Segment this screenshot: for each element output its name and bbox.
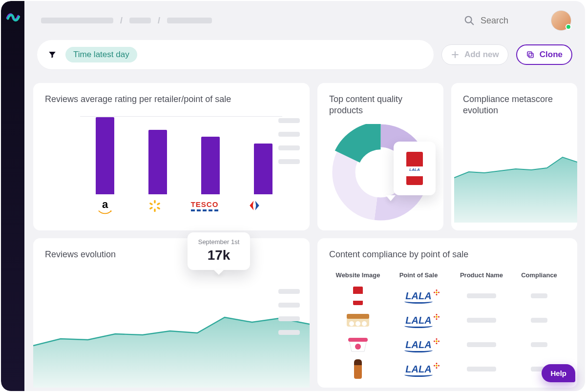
breadcrumb-sep: / [158, 16, 160, 26]
card-top-content-quality: Top content quality products LALA [317, 83, 443, 230]
cell-website-image [328, 309, 388, 331]
add-new-label: Add new [464, 50, 499, 60]
col-product-name: Product Name [449, 271, 514, 279]
svg-point-17 [434, 291, 435, 293]
table-row[interactable]: LALA [328, 308, 567, 332]
breadcrumb: / / [41, 16, 212, 26]
plus-icon [451, 50, 460, 59]
cell-product-name [449, 293, 514, 298]
svg-point-25 [436, 314, 437, 315]
reviews-legend [278, 289, 300, 335]
svg-point-27 [434, 316, 435, 317]
bar-walmart [148, 130, 167, 194]
bar-chart [80, 116, 280, 194]
cell-website-image [328, 358, 388, 380]
help-button[interactable]: Help [542, 364, 575, 382]
highlight-product-popover: LALA [394, 142, 436, 195]
add-new-button[interactable]: Add new [441, 44, 508, 65]
cell-product-name [449, 342, 514, 347]
bar-label-walmart [130, 198, 180, 213]
clone-label: Clone [540, 50, 563, 60]
carrefour-logo-icon [248, 199, 261, 212]
cell-website-image [328, 285, 388, 307]
svg-point-33 [436, 343, 437, 344]
flower-icon [434, 363, 440, 369]
svg-point-39 [434, 365, 435, 366]
amazon-smile-icon [98, 210, 112, 215]
flower-icon [434, 314, 440, 320]
cell-product-name [449, 318, 514, 323]
table-row[interactable]: LALA [328, 357, 567, 381]
cell-point-of-sale: LALA [388, 339, 449, 351]
card-title: Reviews evolution [45, 249, 298, 260]
filter-chip-time[interactable]: Time latest day [65, 47, 137, 62]
bar-legend [278, 118, 300, 164]
online-status-dot [565, 24, 571, 30]
cell-compliance [514, 293, 565, 298]
svg-point-26 [436, 318, 437, 320]
table-row[interactable]: LALA [328, 332, 567, 357]
card-reviews-avg-rating: Reviews average rating per retailer/poin… [33, 83, 310, 230]
bar-label-carrefour [230, 198, 279, 213]
bar-carrefour [254, 144, 272, 194]
cell-point-of-sale: LALA [388, 364, 449, 375]
svg-rect-8 [149, 202, 153, 206]
cell-compliance [514, 318, 565, 323]
svg-point-34 [434, 340, 435, 342]
clone-button[interactable]: Clone [516, 44, 572, 65]
search[interactable] [464, 15, 534, 26]
svg-rect-9 [157, 206, 161, 210]
filter-icon[interactable] [48, 50, 57, 59]
search-input[interactable] [481, 16, 534, 26]
svg-point-28 [438, 316, 440, 317]
copy-icon [526, 50, 535, 59]
card-title: Reviews average rating per retailer/poin… [45, 94, 298, 105]
svg-rect-20 [347, 314, 369, 319]
svg-point-30 [355, 344, 361, 350]
card-compliance-metascore: Compliance metascore evolution [451, 83, 577, 230]
search-icon [464, 15, 475, 26]
cell-point-of-sale: LALA [388, 290, 449, 302]
svg-point-21 [349, 321, 354, 326]
card-title: Content compliance by point of sale [329, 249, 565, 260]
svg-point-22 [356, 321, 360, 326]
product-thumb: LALA [406, 152, 423, 185]
svg-point-18 [438, 291, 440, 293]
table-header: Website Image Point of Sale Product Name… [328, 268, 567, 284]
table-row[interactable]: LALA [328, 284, 567, 308]
bar-amazon [96, 117, 114, 194]
card-content-compliance-table: Content compliance by point of sale Webs… [317, 238, 577, 388]
filter-bar: Time latest day [37, 40, 434, 69]
sidebar [1, 1, 24, 391]
cell-compliance [514, 342, 565, 347]
tooltip-date: September 1st [192, 238, 245, 246]
svg-point-36 [436, 365, 438, 367]
user-avatar[interactable] [551, 10, 571, 31]
svg-point-32 [436, 338, 437, 340]
cell-point-of-sale: LALA [388, 315, 449, 326]
tooltip-value: 17k [192, 248, 245, 263]
flower-icon [434, 338, 440, 344]
svg-point-40 [438, 365, 440, 366]
svg-rect-2 [529, 53, 533, 58]
bar-label-tesco: TESCO [180, 198, 230, 213]
breadcrumb-frag [129, 18, 151, 23]
app-logo-icon [5, 9, 20, 23]
svg-point-38 [436, 367, 437, 369]
area-chart [33, 272, 310, 388]
svg-rect-5 [154, 208, 156, 212]
svg-point-23 [362, 321, 367, 326]
svg-rect-29 [348, 338, 368, 342]
product-cup-icon [347, 336, 369, 353]
bar-label-amazon: a [80, 198, 130, 213]
walmart-spark-icon [148, 199, 162, 213]
chart-tooltip: September 1st 17k [188, 232, 250, 270]
area-chart [454, 120, 577, 223]
svg-rect-3 [527, 52, 532, 56]
cell-website-image [328, 334, 388, 355]
col-compliance: Compliance [514, 271, 565, 279]
breadcrumb-frag [167, 18, 212, 23]
svg-point-37 [436, 363, 437, 364]
svg-point-16 [436, 294, 437, 295]
svg-point-35 [438, 340, 440, 342]
